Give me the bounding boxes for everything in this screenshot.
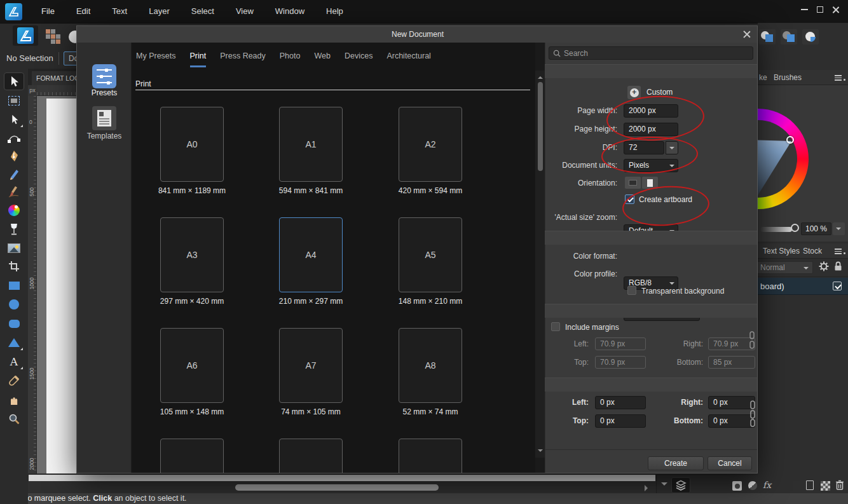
window-close-icon[interactable] [832,6,839,13]
search-box[interactable] [549,46,753,60]
menu-edit[interactable]: Edit [65,0,101,23]
layers-stack-button[interactable] [671,477,690,493]
horizontal-scrollbar-track[interactable] [29,475,655,481]
triangle-tool-icon[interactable] [4,334,24,351]
tab-text-styles[interactable]: Text Styles [763,247,800,255]
ellipse-tool-icon[interactable] [4,296,24,313]
bleed-right-field[interactable]: 0 px [708,396,755,409]
move-tool-icon[interactable] [4,72,24,90]
opacity-slider[interactable] [760,227,792,232]
hue-selector-icon[interactable] [786,136,794,144]
dialog-close-icon[interactable] [743,31,751,38]
document-canvas[interactable] [46,99,76,473]
preset-card-a1[interactable]: A1 [279,107,343,182]
scroll-right-icon[interactable] [645,485,651,491]
preset-card-a5[interactable]: A5 [399,217,462,292]
layer-effects-icon[interactable]: fx [763,480,771,490]
tab-web[interactable]: Web [314,51,330,67]
color-picker-tool-icon[interactable] [4,372,24,390]
section-color[interactable]: Color [545,231,758,245]
selection-tool-icon[interactable] [4,111,24,128]
preset-card-a6[interactable]: A6 [160,328,224,403]
boolean-add-button[interactable] [759,29,776,44]
transparent-background-checkbox[interactable] [627,286,636,295]
opacity-dropdown-button[interactable] [833,222,845,235]
include-margins-checkbox[interactable] [551,322,560,331]
panel-menu-icon[interactable] [835,249,842,254]
preset-card-partial[interactable] [160,439,224,473]
document-tab[interactable]: FORMAT LOG [32,71,76,85]
create-button[interactable]: Create [648,456,704,470]
tab-print[interactable]: Print [190,51,207,67]
rectangle-tool-icon[interactable] [4,276,24,294]
preset-card-a2[interactable]: A2 [399,107,462,182]
tab-my-presets[interactable]: My Presets [136,51,176,67]
designer-persona-button[interactable] [13,25,38,46]
horizontal-scrollbar-thumb[interactable] [235,484,439,491]
window-minimize-icon[interactable] [801,9,808,10]
mask-layer-icon[interactable] [732,481,742,491]
opacity-slider-handle[interactable] [791,224,799,232]
adjustment-layer-icon[interactable] [748,481,757,490]
fill-tool-icon[interactable] [4,201,24,219]
window-restore-icon[interactable] [817,6,823,13]
transparent-background-label[interactable]: Transparent background [641,287,724,296]
delete-layer-trash-icon[interactable] [835,480,844,490]
margins-link-icon[interactable] [749,331,755,349]
blend-mode-dropdown[interactable]: Normal [756,261,813,274]
bleed-bottom-field[interactable]: 0 px [708,414,755,428]
place-image-tool-icon[interactable] [4,239,24,257]
margin-left-field[interactable]: 70.9 px [595,337,646,350]
opacity-value[interactable]: 100 % [801,222,831,235]
pencil-tool-icon[interactable] [4,165,24,183]
presets-icon[interactable] [92,64,116,88]
lock-icon[interactable] [834,261,842,271]
tab-devices[interactable]: Devices [345,51,373,67]
new-pixel-layer-icon[interactable] [821,481,830,491]
boolean-subtract-button[interactable] [781,29,797,44]
custom-preset-add-icon[interactable]: + [627,86,641,99]
menu-view[interactable]: View [225,0,264,23]
pen-tool-icon[interactable] [4,147,24,165]
view-hand-tool-icon[interactable] [4,391,24,409]
menu-select[interactable]: Select [181,0,225,23]
panel-menu-icon[interactable] [835,75,842,81]
section-bleed[interactable]: Bleed [545,378,758,392]
menu-text[interactable]: Text [101,0,138,23]
section-layout[interactable]: Layout [545,64,758,78]
cancel-button[interactable]: Cancel [708,456,752,470]
margin-bottom-field[interactable]: 85 px [708,356,755,369]
tab-stock[interactable]: Stock [803,247,822,255]
layer-visibility-checkbox[interactable] [833,282,842,290]
zoom-tool-icon[interactable] [4,410,24,428]
tab-stroke-partial[interactable]: ke [759,73,767,82]
preset-card-a7[interactable]: A7 [279,328,343,403]
search-input[interactable] [564,49,753,58]
preset-card-partial[interactable] [279,439,343,473]
new-layer-icon[interactable] [806,480,814,490]
margin-right-field[interactable]: 70.9 px [708,337,755,350]
panel-collapse-icon[interactable] [661,482,667,489]
include-margins-label[interactable]: Include margins [565,323,619,332]
section-margins[interactable]: Margins [545,304,758,318]
preset-card-a8[interactable]: A8 [399,328,462,403]
transparency-tool-icon[interactable] [4,221,24,238]
sidebar-item-templates[interactable]: Templates [77,132,132,140]
pixel-persona-icon[interactable] [46,29,61,44]
bleed-left-field[interactable]: 0 px [595,396,646,409]
preset-card-a4-selected[interactable]: A4 [279,217,343,292]
tab-architectural[interactable]: Architectural [386,51,430,67]
menu-layer[interactable]: Layer [138,0,181,23]
crop-tool-icon[interactable] [4,257,24,275]
menu-help[interactable]: Help [315,0,354,23]
preset-card-a3[interactable]: A3 [160,217,224,292]
tab-press-ready[interactable]: Press Ready [220,51,266,67]
bleed-top-field[interactable]: 0 px [595,414,646,428]
menu-window[interactable]: Window [264,0,315,23]
tab-photo[interactable]: Photo [280,51,301,67]
preset-card-a0[interactable]: A0 [160,107,224,182]
text-tool-icon[interactable]: A [4,353,24,371]
orientation-landscape-button[interactable] [625,177,641,189]
scroll-up-icon[interactable] [538,74,543,79]
bleed-link-icon[interactable] [749,400,756,428]
